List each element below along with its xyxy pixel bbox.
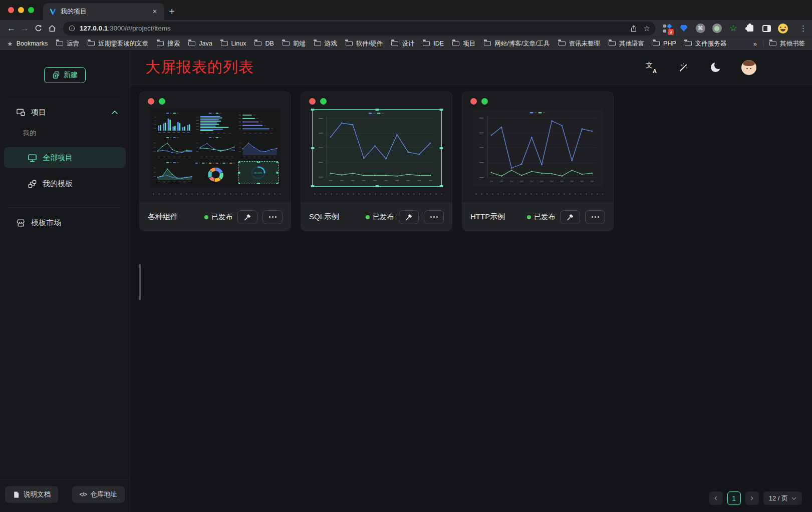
my-templates-label: 我的模板 bbox=[43, 179, 73, 189]
more-actions-button[interactable] bbox=[262, 210, 283, 224]
selection-handle[interactable] bbox=[375, 109, 379, 111]
language-toggle-button[interactable]: 文A bbox=[645, 62, 657, 74]
repo-button[interactable]: </> 仓库地址 bbox=[72, 486, 125, 503]
selection-handle[interactable] bbox=[238, 172, 240, 174]
bookmarks-root-item[interactable]: ★ Bookmarks bbox=[7, 40, 48, 48]
bookmark-folder-item[interactable]: 资讯未整理 bbox=[559, 40, 601, 48]
new-project-button[interactable]: 新建 bbox=[44, 67, 86, 83]
bookmarks-overflow-button[interactable]: » bbox=[753, 40, 757, 48]
bookmark-folder-item[interactable]: IDE bbox=[423, 40, 444, 47]
user-avatar[interactable] bbox=[741, 60, 756, 75]
bookmark-folder-item[interactable]: 软件/硬件 bbox=[346, 40, 383, 48]
project-card[interactable]: SQL示例 已发布 bbox=[301, 92, 452, 231]
sidebar-item-my-templates[interactable]: 我的模板 bbox=[4, 173, 126, 194]
sidebar-section-project[interactable]: 项目 bbox=[0, 99, 130, 117]
profile-avatar-icon[interactable] bbox=[778, 24, 788, 34]
bookmark-folder-item[interactable]: Java bbox=[188, 40, 212, 47]
extension-command-icon[interactable]: ⌘ bbox=[695, 24, 705, 34]
sidebar-item-template-market[interactable]: 模板市场 bbox=[0, 208, 130, 228]
extension-star-icon[interactable]: ☆ bbox=[728, 24, 738, 34]
current-page-button[interactable]: 1 bbox=[727, 491, 741, 505]
browser-menu-icon[interactable]: ⋮ bbox=[799, 24, 807, 33]
magic-wand-icon bbox=[678, 63, 688, 73]
bookmark-star-icon[interactable]: ☆ bbox=[644, 24, 650, 33]
page-size-select[interactable]: 12 / 页 bbox=[763, 491, 802, 505]
bookmark-folder-item[interactable]: 文件服务器 bbox=[685, 40, 727, 48]
forward-button[interactable]: → bbox=[19, 22, 31, 35]
extension-gem-icon[interactable] bbox=[679, 24, 689, 34]
selection-handle[interactable] bbox=[440, 109, 443, 111]
selection-handle[interactable] bbox=[238, 161, 240, 163]
ellipsis-icon bbox=[592, 216, 599, 218]
bookmark-folder-item[interactable]: 项目 bbox=[452, 40, 475, 48]
other-bookmarks-folder[interactable]: 其他书签 bbox=[769, 40, 805, 48]
selection-handle[interactable] bbox=[238, 183, 240, 184]
bookmark-folder-label: 游戏 bbox=[325, 40, 337, 48]
extensions-puzzle-icon[interactable] bbox=[745, 24, 755, 34]
back-button[interactable]: ← bbox=[5, 22, 18, 35]
selection-handle[interactable] bbox=[277, 161, 279, 163]
more-actions-button[interactable] bbox=[585, 210, 605, 224]
extension-grid-icon[interactable]: 9 bbox=[662, 24, 672, 34]
chevron-up-icon[interactable] bbox=[112, 111, 118, 114]
edit-project-button[interactable] bbox=[560, 210, 580, 224]
close-window-button[interactable] bbox=[8, 7, 14, 13]
next-page-button[interactable] bbox=[745, 491, 759, 505]
status-label: 已发布 bbox=[534, 213, 555, 222]
new-tab-button[interactable]: + bbox=[164, 3, 179, 20]
prev-page-button[interactable] bbox=[709, 491, 723, 505]
card-window-dots bbox=[140, 92, 291, 105]
selection-handle[interactable] bbox=[375, 185, 379, 187]
extension-recorder-icon[interactable] bbox=[712, 24, 722, 34]
edit-project-button[interactable] bbox=[237, 210, 257, 224]
edit-project-button[interactable] bbox=[399, 210, 419, 224]
bookmark-folder-item[interactable]: 游戏 bbox=[314, 40, 337, 48]
more-actions-button[interactable] bbox=[424, 210, 444, 224]
grid-glyph: 9 bbox=[663, 25, 671, 33]
docs-button[interactable]: 说明文档 bbox=[5, 486, 58, 503]
bookmarks-bar: ★ Bookmarks 运营近期需要读的文章搜索JavaLinuxDB前端游戏软… bbox=[0, 37, 812, 50]
bookmark-folder-item[interactable]: Linux bbox=[221, 40, 246, 47]
project-card[interactable]: 25.00% 各种组件 已发布 bbox=[139, 92, 291, 231]
browser-tab[interactable]: 我的项目 ✕ bbox=[43, 3, 164, 20]
selection-handle[interactable] bbox=[256, 161, 260, 163]
bookmark-folder-item[interactable]: PHP bbox=[653, 40, 676, 47]
zoom-window-button[interactable] bbox=[28, 7, 34, 13]
site-info-icon[interactable] bbox=[68, 25, 76, 32]
browser-toolbar: ← → 127.0.0.1:3000/#/project/items ☆ bbox=[0, 20, 812, 37]
bookmark-folder-item[interactable]: 前端 bbox=[283, 40, 306, 48]
dark-mode-button[interactable] bbox=[709, 62, 721, 74]
minimize-window-button[interactable] bbox=[18, 7, 24, 13]
sidebar-item-all-projects[interactable]: 全部项目 bbox=[4, 147, 126, 168]
selection-handle[interactable] bbox=[311, 109, 315, 111]
project-preview-thumbnail[interactable] bbox=[473, 109, 603, 187]
selection-handle[interactable] bbox=[256, 183, 260, 184]
bookmark-folder-item[interactable]: 近期需要读的文章 bbox=[88, 40, 148, 48]
selection-handle[interactable] bbox=[277, 172, 279, 174]
selection-handle[interactable] bbox=[311, 185, 315, 187]
bookmark-folder-item[interactable]: 运营 bbox=[56, 40, 79, 48]
share-icon[interactable] bbox=[630, 25, 638, 33]
selection-handle[interactable] bbox=[440, 185, 443, 187]
project-card[interactable]: HTTP示例 已发布 bbox=[462, 92, 614, 231]
home-button[interactable] bbox=[46, 22, 58, 35]
address-bar[interactable]: 127.0.0.1:3000/#/project/items ☆ bbox=[63, 22, 655, 36]
bookmark-folder-label: 其他语言 bbox=[619, 40, 644, 48]
project-preview-thumbnail[interactable]: 25.00% bbox=[151, 109, 281, 187]
bookmark-folder-item[interactable]: 设计 bbox=[391, 40, 414, 48]
bookmark-folder-item[interactable]: 网站/博客/文章/工具 bbox=[484, 40, 550, 48]
bookmark-folder-item[interactable]: DB bbox=[254, 40, 274, 47]
reload-button[interactable] bbox=[32, 22, 45, 35]
close-tab-icon[interactable]: ✕ bbox=[150, 7, 159, 16]
status-badge: 已发布 bbox=[366, 213, 394, 222]
project-preview-thumbnail-selected[interactable] bbox=[312, 109, 442, 187]
selection-handle[interactable] bbox=[277, 183, 279, 184]
selection-handle[interactable] bbox=[311, 147, 315, 149]
scrollbar-thumb[interactable] bbox=[139, 264, 141, 300]
bookmark-folder-item[interactable]: 搜索 bbox=[157, 40, 180, 48]
command-glyph: ⌘ bbox=[696, 24, 705, 33]
selection-handle[interactable] bbox=[440, 147, 443, 149]
bookmark-folder-item[interactable]: 其他语言 bbox=[609, 40, 644, 48]
theme-magic-button[interactable] bbox=[677, 62, 689, 74]
side-panel-icon[interactable] bbox=[761, 24, 771, 34]
